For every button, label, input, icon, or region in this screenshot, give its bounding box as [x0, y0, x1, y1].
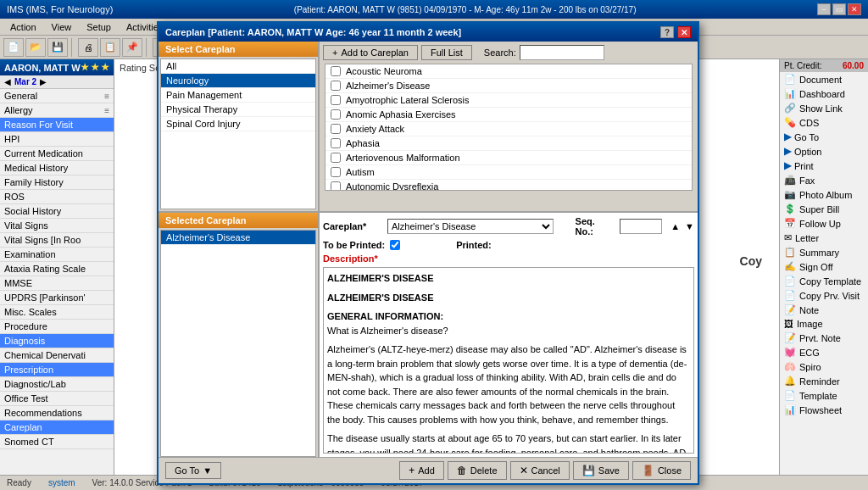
careplan-field-label: Careplan* [323, 221, 382, 231]
description-area[interactable]: ALZHEIMER'S DISEASE ALZHEIMER'S DISEASE … [323, 267, 694, 454]
cb-alzheimers[interactable]: Alzheimer's Disease [326, 79, 692, 93]
to-be-printed-checkbox[interactable] [390, 240, 400, 250]
cp-item-all[interactable]: All [161, 59, 315, 74]
footer-buttons: + Add 🗑 Delete ✕ Cancel 💾 Save 🚪 Cl [399, 461, 691, 480]
modal-bottom-right: Careplan* Alzheimer's Disease Seq. No.: … [320, 213, 698, 457]
delete-button[interactable]: 🗑 Delete [448, 461, 507, 480]
desc-heading-1: ALZHEIMER'S DISEASE [327, 271, 690, 286]
cb-anxiety-checkbox[interactable] [331, 124, 341, 134]
cb-als[interactable]: Amyotrophic Lateral Sclerosis [326, 93, 692, 108]
search-label: Search: [484, 47, 516, 58]
full-list-button[interactable]: Full List [421, 45, 472, 60]
modal-footer: Go To ▼ + Add 🗑 Delete ✕ Cancel 💾 [159, 457, 698, 483]
selected-careplan-list[interactable]: Alzheimer's Disease [160, 230, 316, 457]
seq-no-spinner-down[interactable]: ▼ [685, 221, 694, 231]
careplan-modal: Careplan [Patient: AARON, MATT W Age: 46… [157, 21, 699, 485]
cb-acoustic-neuroma[interactable]: Acoustic Neuroma [326, 64, 692, 79]
modal-overlay: Careplan [Patient: AARON, MATT W Age: 46… [0, 0, 868, 490]
cb-anxiety[interactable]: Anxiety Attack [326, 122, 692, 136]
modal-help-button[interactable]: ? [660, 26, 674, 38]
careplan-list[interactable]: All Neurology Pain Management Physical T… [160, 58, 316, 209]
desc-subheading: GENERAL INFORMATION:What is Alzheimer's … [327, 309, 690, 337]
modal-tabs: + Add to Careplan Full List Search: [323, 45, 694, 60]
plus-icon: + [332, 47, 337, 58]
cancel-icon: ✕ [520, 465, 528, 476]
modal-right-panel: + Add to Careplan Full List Search: Acou… [320, 42, 698, 211]
modal-title-bar: Careplan [Patient: AARON, MATT W Age: 46… [159, 23, 698, 42]
desc-label-row: Description* [323, 253, 694, 264]
close-modal-button[interactable]: 🚪 Close [632, 461, 691, 480]
cb-anomic-checkbox[interactable] [331, 109, 341, 120]
description-label: Description* [323, 253, 382, 264]
add-button[interactable]: + Add [399, 461, 444, 480]
modal-bottom-section: Selected Careplan Alzheimer's Disease Ca… [159, 211, 698, 457]
desc-body-1: Alzheimer's (ALTZ-heye-merz) disease may… [327, 342, 690, 426]
modal-left-panel: Select Careplan All Neurology Pain Manag… [159, 42, 320, 211]
print-form-row: To be Printed: Printed: [323, 240, 694, 250]
seq-no-spinner-up[interactable]: ▲ [670, 221, 680, 231]
cb-anomic[interactable]: Anomic Aphasia Exercises [326, 108, 692, 122]
search-input[interactable] [520, 45, 604, 60]
cb-avm-checkbox[interactable] [331, 153, 341, 163]
cb-autonomic[interactable]: Autonomic Dysreflexia [326, 180, 692, 191]
save-icon: 💾 [582, 465, 595, 476]
close-modal-icon: 🚪 [642, 465, 654, 476]
modal-right-top: + Add to Careplan Full List Search: Acou… [320, 42, 698, 196]
printed-label: Printed: [456, 240, 492, 250]
desc-heading-2: ALZHEIMER'S DISEASE [327, 291, 690, 305]
add-to-careplan-button[interactable]: + Add to Careplan [323, 45, 418, 60]
seq-no-label: Seq. No.: [576, 216, 615, 237]
cp-item-spinal[interactable]: Spinal Cord Injury [161, 117, 315, 131]
selected-careplan-header: Selected Careplan [159, 213, 318, 228]
modal-close-button[interactable]: ✕ [677, 26, 691, 38]
add-icon: + [409, 465, 415, 476]
save-button[interactable]: 💾 Save [573, 461, 629, 480]
careplan-form-row: Careplan* Alzheimer's Disease Seq. No.: … [323, 216, 694, 237]
cb-als-checkbox[interactable] [331, 95, 341, 105]
cb-autism-checkbox[interactable] [331, 167, 341, 177]
cp-item-neurology[interactable]: Neurology [161, 74, 315, 88]
cp-item-pain-mgmt[interactable]: Pain Management [161, 88, 315, 103]
cb-autonomic-checkbox[interactable] [331, 181, 341, 191]
desc-body-2: The disease usually starts at about age … [327, 432, 690, 454]
delete-icon: 🗑 [457, 465, 467, 476]
cb-aphasia-checkbox[interactable] [331, 138, 341, 148]
cb-acoustic-neuroma-checkbox[interactable] [331, 66, 341, 76]
goto-button[interactable]: Go To ▼ [165, 462, 221, 479]
cb-autism[interactable]: Autism [326, 165, 692, 180]
cancel-button[interactable]: ✕ Cancel [510, 461, 570, 480]
to-be-printed-label: To be Printed: [323, 240, 385, 250]
cb-avm[interactable]: Arteriovenous Malformation [326, 151, 692, 165]
modal-top-section: Select Careplan All Neurology Pain Manag… [159, 42, 698, 211]
modal-header-buttons: ? ✕ [660, 26, 691, 38]
seq-no-input[interactable] [620, 219, 662, 234]
modal-title: Careplan [Patient: AARON, MATT W Age: 46… [165, 27, 461, 37]
cb-alzheimers-checkbox[interactable] [331, 81, 341, 91]
condition-list: Acoustic Neuroma Alzheimer's Disease Amy… [325, 64, 693, 191]
cp-item-physical[interactable]: Physical Therapy [161, 103, 315, 117]
goto-arrow-icon: ▼ [203, 465, 212, 476]
cb-aphasia[interactable]: Aphasia [326, 136, 692, 151]
select-careplan-header: Select Careplan [159, 42, 318, 57]
modal-bottom-left: Selected Careplan Alzheimer's Disease [159, 213, 320, 457]
careplan-select[interactable]: Alzheimer's Disease [387, 219, 554, 234]
sel-item-alzheimers[interactable]: Alzheimer's Disease [161, 231, 315, 245]
